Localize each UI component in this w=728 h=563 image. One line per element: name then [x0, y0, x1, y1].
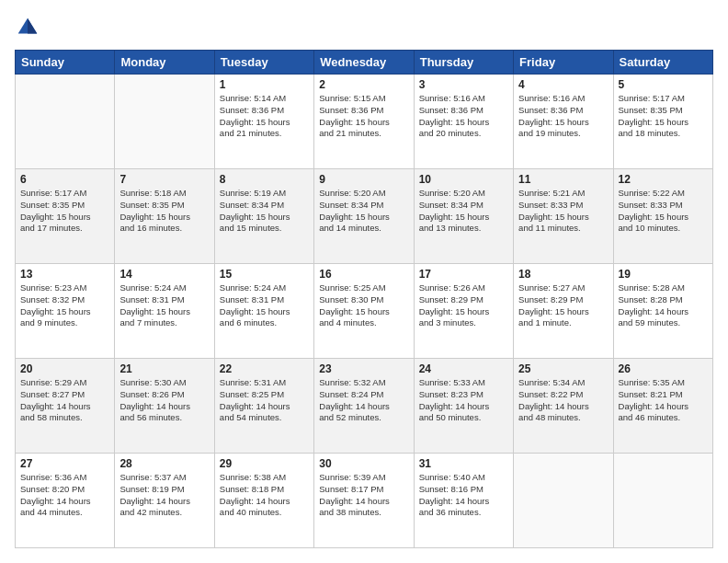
calendar-day-cell: 15Sunrise: 5:24 AM Sunset: 8:31 PM Dayli… [214, 264, 313, 359]
calendar-day-header: Monday [115, 51, 214, 75]
calendar-day-cell: 23Sunrise: 5:32 AM Sunset: 8:24 PM Dayli… [314, 359, 414, 454]
calendar-week-row: 27Sunrise: 5:36 AM Sunset: 8:20 PM Dayli… [16, 454, 713, 548]
calendar-day-cell: 20Sunrise: 5:29 AM Sunset: 8:27 PM Dayli… [16, 359, 115, 454]
day-number: 11 [518, 173, 608, 186]
calendar-header-row: SundayMondayTuesdayWednesdayThursdayFrid… [16, 51, 713, 75]
calendar-day-cell: 21Sunrise: 5:30 AM Sunset: 8:26 PM Dayli… [115, 359, 214, 454]
day-content: Sunrise: 5:16 AM Sunset: 8:36 PM Dayligh… [419, 93, 508, 140]
day-content: Sunrise: 5:16 AM Sunset: 8:36 PM Dayligh… [518, 93, 608, 140]
day-number: 24 [419, 362, 508, 375]
day-number: 6 [20, 173, 109, 186]
calendar-table: SundayMondayTuesdayWednesdayThursdayFrid… [15, 50, 713, 548]
day-number: 22 [220, 362, 309, 375]
calendar-day-cell: 6Sunrise: 5:17 AM Sunset: 8:35 PM Daylig… [16, 169, 115, 264]
calendar-day-header: Saturday [613, 51, 712, 75]
day-number: 2 [319, 78, 408, 91]
calendar-day-cell: 30Sunrise: 5:39 AM Sunset: 8:17 PM Dayli… [314, 454, 414, 548]
calendar-day-cell [16, 75, 115, 169]
header [15, 15, 713, 40]
day-content: Sunrise: 5:24 AM Sunset: 8:31 PM Dayligh… [220, 282, 309, 329]
day-number: 1 [220, 78, 309, 91]
calendar-day-header: Wednesday [314, 51, 414, 75]
calendar-week-row: 20Sunrise: 5:29 AM Sunset: 8:27 PM Dayli… [16, 359, 713, 454]
calendar-day-cell: 24Sunrise: 5:33 AM Sunset: 8:23 PM Dayli… [414, 359, 513, 454]
calendar-day-cell: 28Sunrise: 5:37 AM Sunset: 8:19 PM Dayli… [115, 454, 214, 548]
day-number: 10 [419, 173, 508, 186]
day-number: 14 [119, 268, 209, 281]
day-number: 31 [419, 457, 508, 470]
day-content: Sunrise: 5:17 AM Sunset: 8:35 PM Dayligh… [619, 93, 708, 140]
day-number: 20 [20, 362, 109, 375]
calendar-day-cell: 16Sunrise: 5:25 AM Sunset: 8:30 PM Dayli… [314, 264, 414, 359]
day-content: Sunrise: 5:15 AM Sunset: 8:36 PM Dayligh… [319, 93, 408, 140]
day-number: 21 [119, 362, 209, 375]
day-content: Sunrise: 5:23 AM Sunset: 8:32 PM Dayligh… [20, 282, 109, 329]
day-number: 7 [119, 173, 209, 186]
calendar-day-cell [613, 454, 712, 548]
day-number: 5 [619, 78, 708, 91]
calendar-day-header: Thursday [414, 51, 513, 75]
day-content: Sunrise: 5:27 AM Sunset: 8:29 PM Dayligh… [518, 282, 608, 329]
day-content: Sunrise: 5:31 AM Sunset: 8:25 PM Dayligh… [220, 377, 309, 424]
calendar-day-cell: 17Sunrise: 5:26 AM Sunset: 8:29 PM Dayli… [414, 264, 513, 359]
day-content: Sunrise: 5:17 AM Sunset: 8:35 PM Dayligh… [20, 188, 109, 235]
day-content: Sunrise: 5:28 AM Sunset: 8:28 PM Dayligh… [619, 282, 708, 329]
calendar-day-cell: 29Sunrise: 5:38 AM Sunset: 8:18 PM Dayli… [214, 454, 313, 548]
calendar-day-cell: 3Sunrise: 5:16 AM Sunset: 8:36 PM Daylig… [414, 75, 513, 169]
day-number: 26 [619, 362, 708, 375]
day-number: 4 [518, 78, 608, 91]
calendar-day-cell: 19Sunrise: 5:28 AM Sunset: 8:28 PM Dayli… [613, 264, 712, 359]
day-content: Sunrise: 5:25 AM Sunset: 8:30 PM Dayligh… [319, 282, 408, 329]
day-number: 15 [220, 268, 309, 281]
day-content: Sunrise: 5:34 AM Sunset: 8:22 PM Dayligh… [518, 377, 608, 424]
day-content: Sunrise: 5:40 AM Sunset: 8:16 PM Dayligh… [419, 472, 508, 519]
calendar-day-header: Tuesday [214, 51, 313, 75]
day-number: 18 [518, 268, 608, 281]
day-number: 3 [419, 78, 508, 91]
day-content: Sunrise: 5:18 AM Sunset: 8:35 PM Dayligh… [119, 188, 209, 235]
calendar-day-cell: 8Sunrise: 5:19 AM Sunset: 8:34 PM Daylig… [214, 169, 313, 264]
day-content: Sunrise: 5:20 AM Sunset: 8:34 PM Dayligh… [319, 188, 408, 235]
day-number: 9 [319, 173, 408, 186]
calendar-week-row: 6Sunrise: 5:17 AM Sunset: 8:35 PM Daylig… [16, 169, 713, 264]
day-content: Sunrise: 5:14 AM Sunset: 8:36 PM Dayligh… [220, 93, 309, 140]
calendar-day-cell: 10Sunrise: 5:20 AM Sunset: 8:34 PM Dayli… [414, 169, 513, 264]
day-content: Sunrise: 5:32 AM Sunset: 8:24 PM Dayligh… [319, 377, 408, 424]
svg-marker-1 [28, 18, 37, 34]
calendar-day-cell: 14Sunrise: 5:24 AM Sunset: 8:31 PM Dayli… [115, 264, 214, 359]
calendar-day-cell: 27Sunrise: 5:36 AM Sunset: 8:20 PM Dayli… [16, 454, 115, 548]
day-number: 13 [20, 268, 109, 281]
calendar-week-row: 13Sunrise: 5:23 AM Sunset: 8:32 PM Dayli… [16, 264, 713, 359]
calendar-day-cell [514, 454, 613, 548]
calendar-day-header: Sunday [16, 51, 115, 75]
day-number: 8 [220, 173, 309, 186]
day-number: 29 [220, 457, 309, 470]
logo-icon [15, 15, 40, 40]
day-content: Sunrise: 5:39 AM Sunset: 8:17 PM Dayligh… [319, 472, 408, 519]
day-content: Sunrise: 5:20 AM Sunset: 8:34 PM Dayligh… [419, 188, 508, 235]
day-content: Sunrise: 5:22 AM Sunset: 8:33 PM Dayligh… [619, 188, 708, 235]
day-content: Sunrise: 5:24 AM Sunset: 8:31 PM Dayligh… [119, 282, 209, 329]
calendar-day-cell: 18Sunrise: 5:27 AM Sunset: 8:29 PM Dayli… [514, 264, 613, 359]
day-number: 16 [319, 268, 408, 281]
day-content: Sunrise: 5:21 AM Sunset: 8:33 PM Dayligh… [518, 188, 608, 235]
calendar-day-cell: 13Sunrise: 5:23 AM Sunset: 8:32 PM Dayli… [16, 264, 115, 359]
day-number: 12 [619, 173, 708, 186]
day-content: Sunrise: 5:19 AM Sunset: 8:34 PM Dayligh… [220, 188, 309, 235]
day-number: 23 [319, 362, 408, 375]
day-content: Sunrise: 5:38 AM Sunset: 8:18 PM Dayligh… [220, 472, 309, 519]
calendar-day-cell: 31Sunrise: 5:40 AM Sunset: 8:16 PM Dayli… [414, 454, 513, 548]
logo [15, 15, 44, 40]
day-number: 28 [119, 457, 209, 470]
calendar-day-cell: 2Sunrise: 5:15 AM Sunset: 8:36 PM Daylig… [314, 75, 414, 169]
calendar-day-cell: 11Sunrise: 5:21 AM Sunset: 8:33 PM Dayli… [514, 169, 613, 264]
calendar-day-cell: 12Sunrise: 5:22 AM Sunset: 8:33 PM Dayli… [613, 169, 712, 264]
calendar-day-cell: 25Sunrise: 5:34 AM Sunset: 8:22 PM Dayli… [514, 359, 613, 454]
day-content: Sunrise: 5:33 AM Sunset: 8:23 PM Dayligh… [419, 377, 508, 424]
calendar-day-cell [115, 75, 214, 169]
day-content: Sunrise: 5:35 AM Sunset: 8:21 PM Dayligh… [619, 377, 708, 424]
day-content: Sunrise: 5:36 AM Sunset: 8:20 PM Dayligh… [20, 472, 109, 519]
day-number: 19 [619, 268, 708, 281]
calendar-day-cell: 26Sunrise: 5:35 AM Sunset: 8:21 PM Dayli… [613, 359, 712, 454]
day-number: 27 [20, 457, 109, 470]
